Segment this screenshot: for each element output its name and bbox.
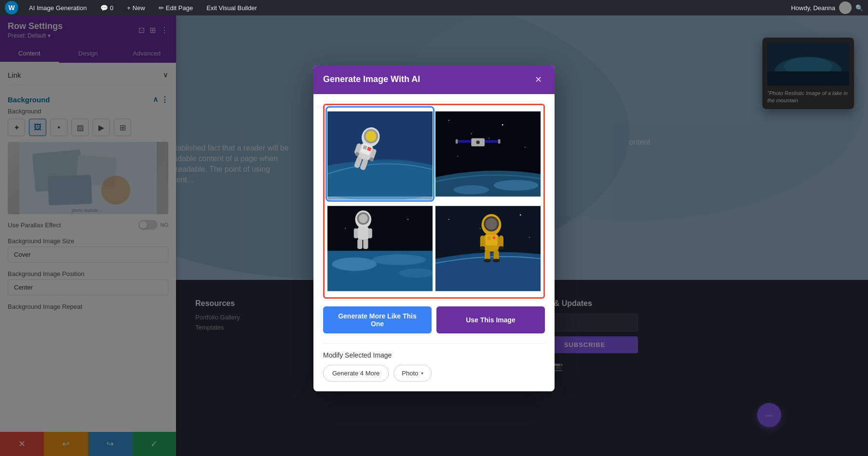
svg-point-39: [502, 124, 503, 125]
svg-point-79: [499, 246, 504, 249]
generate-more-button[interactable]: Generate More Like This One: [323, 306, 432, 333]
image-cell-1[interactable]: [327, 108, 433, 200]
modify-controls: Generate 4 More Photo ▾: [323, 365, 545, 382]
comment-icon: 💬: [100, 4, 108, 12]
svg-rect-63: [354, 228, 358, 238]
svg-point-40: [525, 147, 526, 148]
style-label: Photo: [402, 370, 418, 377]
svg-rect-48: [485, 140, 498, 143]
modal-backdrop: Generate Image With AI ✕: [0, 0, 868, 456]
svg-point-45: [494, 180, 539, 190]
use-image-button[interactable]: Use This Image: [436, 306, 545, 333]
svg-point-41: [457, 155, 458, 156]
admin-bar-site-name[interactable]: AI Image Generation: [26, 0, 90, 15]
avatar[interactable]: [839, 1, 852, 14]
svg-rect-50: [498, 139, 501, 143]
modal-action-row: Generate More Like This One Use This Ima…: [323, 306, 545, 333]
image-grid: [327, 108, 541, 294]
svg-point-70: [480, 228, 481, 229]
modal-close-button[interactable]: ✕: [531, 73, 545, 86]
svg-rect-77: [499, 235, 503, 248]
svg-rect-62: [357, 226, 369, 240]
svg-point-69: [520, 214, 521, 216]
close-icon: ✕: [535, 74, 542, 85]
svg-point-51: [476, 140, 479, 144]
modal-body: Generate More Like This One Use This Ima…: [313, 94, 555, 391]
svg-point-54: [372, 254, 426, 265]
svg-point-43: [488, 138, 489, 138]
svg-rect-49: [456, 139, 458, 143]
svg-point-38: [471, 133, 472, 134]
svg-point-82: [484, 259, 491, 262]
howdy-label: Howdy, Deanna: [791, 4, 835, 12]
svg-point-83: [493, 259, 500, 262]
admin-bar-new[interactable]: + New: [124, 0, 148, 15]
modal-title: Generate Image With AI: [323, 74, 420, 84]
svg-point-57: [407, 219, 408, 220]
search-icon[interactable]: 🔍: [855, 4, 863, 12]
comment-count: 0: [110, 4, 113, 12]
exit-builder-label: Exit Visual Builder: [206, 4, 257, 12]
svg-point-61: [359, 214, 368, 223]
svg-rect-76: [480, 235, 485, 248]
admin-bar-edit-page[interactable]: ✏ Edit Page: [156, 0, 196, 15]
modify-section-title: Modify Selected Image: [323, 351, 545, 359]
svg-rect-65: [357, 239, 362, 249]
generate-4-button[interactable]: Generate 4 More: [323, 365, 389, 382]
svg-rect-84: [486, 235, 497, 245]
image-cell-4[interactable]: [435, 203, 541, 294]
new-label: New: [133, 4, 145, 12]
svg-point-37: [448, 120, 449, 121]
style-select[interactable]: Photo ▾: [393, 365, 432, 382]
admin-bar-comments[interactable]: 💬 0: [97, 0, 116, 15]
admin-bar-exit-builder[interactable]: Exit Visual Builder: [203, 0, 260, 15]
chevron-down-icon: ▾: [421, 371, 423, 376]
svg-point-74: [486, 218, 497, 229]
ai-image-generation-label: AI Image Generation: [29, 4, 87, 12]
image-cell-3[interactable]: [327, 203, 433, 294]
svg-rect-56: [327, 206, 433, 250]
svg-rect-66: [363, 239, 368, 249]
image-cell-2[interactable]: [435, 108, 541, 200]
plus-icon: +: [127, 4, 131, 12]
modify-section: Modify Selected Image Generate 4 More Ph…: [323, 343, 545, 382]
svg-rect-86: [493, 236, 496, 239]
generate-image-modal: Generate Image With AI ✕: [313, 65, 555, 391]
pencil-icon: ✏: [159, 4, 164, 12]
admin-bar-right: Howdy, Deanna 🔍: [791, 1, 863, 14]
svg-point-44: [453, 185, 489, 194]
svg-rect-47: [458, 140, 471, 143]
svg-point-58: [345, 228, 346, 229]
image-grid-wrapper: [323, 104, 545, 299]
svg-point-68: [448, 219, 449, 220]
svg-rect-85: [488, 236, 491, 239]
svg-point-53: [332, 257, 377, 271]
admin-bar: W AI Image Generation 💬 0 + New ✏ Edit P…: [0, 0, 868, 15]
modal-header: Generate Image With AI ✕: [313, 65, 555, 94]
svg-point-71: [529, 236, 530, 237]
svg-point-78: [480, 246, 485, 249]
svg-rect-64: [368, 228, 372, 238]
edit-page-label: Edit Page: [166, 4, 193, 12]
wordpress-icon[interactable]: W: [5, 1, 18, 14]
